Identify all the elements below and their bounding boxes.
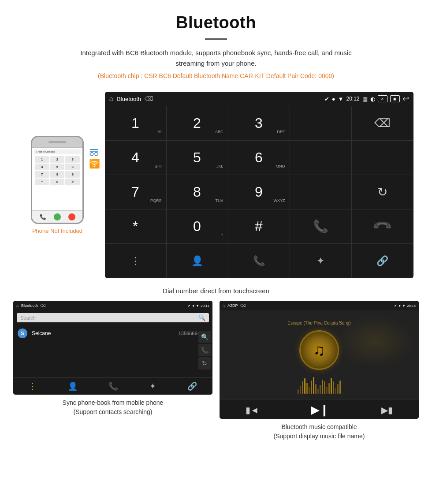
page-header: Bluetooth Integrated with BC6 Bluetooth … [0,0,432,92]
signal-icon: ▼ [338,96,344,102]
music-controls: ▮◄ ▶❙ ▶▮ [220,399,419,419]
small-usb-icon: ⌫ [40,303,46,308]
search-area: Search 🔍 [13,310,212,325]
music-main-area: Escape (The Pina Colada Song) ♫ [220,310,419,399]
key-4[interactable]: 4 GHI [105,141,167,175]
bt-signal-area: ⯹ 🛜 [88,145,101,169]
bottom-nav-link[interactable]: 🔗 [187,381,197,391]
refresh-side-icon[interactable]: ↻ [198,357,211,370]
cell-empty-1 [290,106,352,141]
backspace-icon: ⌫ [374,116,391,130]
music-bt-icon: ✔ [394,304,397,308]
nav-bluetooth[interactable]: ✦ [290,244,352,278]
music-caption-line2: (Support display music file name) [274,433,365,440]
music-usb-icon: ⌫ [240,303,246,308]
side-icons: 🔍 📞 ↻ [197,329,212,371]
contacts-screenshot-item: ⌂ Bluetooth ⌫ ✔ ● ▼ 20:11 Search 🔍 [13,301,212,443]
search-side-icon[interactable]: 🔍 [198,331,211,343]
header-description: Integrated with BC6 Bluetooth module, su… [66,48,366,69]
bt-status-icon: ✔ [324,96,329,102]
bottom-screenshots: ⌂ Bluetooth ⌫ ✔ ● ▼ 20:11 Search 🔍 [0,301,432,443]
contacts-empty-space [13,342,212,377]
redial-icon: ↻ [377,185,387,199]
phone-not-included-label: Phone Not Included [32,228,82,234]
key-5[interactable]: 5 JKL [167,141,228,175]
nav-recent-calls[interactable]: 📞 [228,244,290,278]
contacts-bottom-nav: ⋮ 👤 📞 ✦ 🔗 [13,377,212,395]
key-0[interactable]: 0 + [167,209,228,244]
music-statusbar-title: A2DP [227,303,238,308]
bottom-nav-phone[interactable]: 📞 [108,381,118,391]
cell-empty-3 [352,141,413,175]
contacts-screen: ⌂ Bluetooth ⌫ ✔ ● ▼ 20:11 Search 🔍 [13,301,212,395]
contacts-statusbar-time: 20:11 [201,304,209,308]
key-7[interactable]: 7 PQRS [105,175,167,209]
music-home-icon: ⌂ [223,303,225,308]
small-home-icon: ⌂ [16,303,19,308]
key-call[interactable]: 📞 [290,209,352,244]
window-icon: ▣ [390,95,400,102]
key-2[interactable]: 2 ABC [167,106,228,141]
key-8[interactable]: 8 TUV [167,175,228,209]
volume-icon: ◐ [370,96,375,102]
contacts-caption-line2: (Support contacts searching) [74,408,153,415]
back-icon: ↩ [402,94,409,104]
contacts-caption-line1: Sync phone-book from mobile phone [63,399,164,406]
key-backspace[interactable]: ⌫ [352,106,413,141]
contacts-statusbar-title: Bluetooth [21,303,38,308]
bluetooth-signal-icon: ⯹ [88,145,101,159]
phone-red-btn [68,213,75,220]
key-star[interactable]: * [105,209,167,244]
search-icon: 🔍 [198,314,205,321]
key-end-call[interactable]: 📞 [352,209,413,244]
bottom-nav-person[interactable]: 👤 [68,381,78,391]
key-3[interactable]: 3 DEF [228,106,290,141]
music-caption-line1: Bluetooth music compatible [281,423,357,430]
nav-grid[interactable]: ⋮ [105,244,167,278]
nav-contacts[interactable]: 👤 [167,244,228,278]
bottom-nav-bt[interactable]: ✦ [149,381,156,391]
top-section: ⯹ 🛜 + Add to Contacts 1 2 3 4 5 6 [0,92,432,283]
location-icon: ● [332,96,335,102]
music-statusbar-time: 20:15 [407,304,416,308]
key-9[interactable]: 9 WXYZ [228,175,290,209]
music-bg-effect [335,315,414,368]
cell-empty-4 [290,175,352,209]
small-loc-icon: ● [192,304,194,308]
contacts-caption: Sync phone-book from mobile phone (Suppo… [63,395,164,418]
call-icon: 📞 [313,219,328,234]
prev-track-icon[interactable]: ▮◄ [246,405,259,415]
key-1[interactable]: 1 ☏ [105,106,167,141]
music-caption: Bluetooth music compatible (Support disp… [274,419,365,443]
next-track-icon[interactable]: ▶▮ [381,405,393,415]
music-waveform [298,376,341,394]
bottom-nav-grid[interactable]: ⋮ [29,381,37,391]
key-6[interactable]: 6 MNO [228,141,290,175]
key-hash[interactable]: # [228,209,290,244]
contact-avatar: S [18,329,27,338]
phone-speaker [48,141,66,143]
call-side-icon[interactable]: 📞 [198,344,211,356]
music-note-icon: ♫ [313,341,325,359]
page-title: Bluetooth [26,13,406,32]
phone-green-btn [54,213,61,220]
play-pause-icon[interactable]: ▶❙ [311,403,329,417]
wifi-signal-icon: 🛜 [89,158,100,169]
phone-screen: + Add to Contacts 1 2 3 4 5 6 7 8 9 * 0 … [32,148,82,210]
phone-image-area: ⯹ 🛜 + Add to Contacts 1 2 3 4 5 6 [19,136,96,234]
statusbar-title: Bluetooth [117,96,141,102]
statusbar-time: 20:12 [346,96,359,102]
statusbar: ⌂ Bluetooth ⌫ ✔ ● ▼ 20:12 ▦ ◐ ✕ ▣ ↩ [105,92,413,106]
key-redial[interactable]: ↻ [352,175,413,209]
music-sig-icon: ▼ [402,304,406,308]
nav-link[interactable]: 🔗 [352,244,413,278]
dial-caption: Dial number direct from touchscreen [0,283,432,301]
android-dial-screen: ⌂ Bluetooth ⌫ ✔ ● ▼ 20:12 ▦ ◐ ✕ ▣ ↩ 1 ☏ [105,92,413,278]
music-loc-icon: ● [398,304,401,308]
contact-row[interactable]: S Seicane 13566664466 [13,325,212,342]
search-placeholder: Search [20,315,36,321]
small-sig-icon: ▼ [196,304,199,308]
music-screen: ⌂ A2DP ⌫ ✔ ● ▼ 20:15 Escape (The Pina Co… [220,301,419,419]
header-specs: (Bluetooth chip : CSR BC6 Default Blueto… [26,72,406,79]
cell-empty-2 [290,141,352,175]
